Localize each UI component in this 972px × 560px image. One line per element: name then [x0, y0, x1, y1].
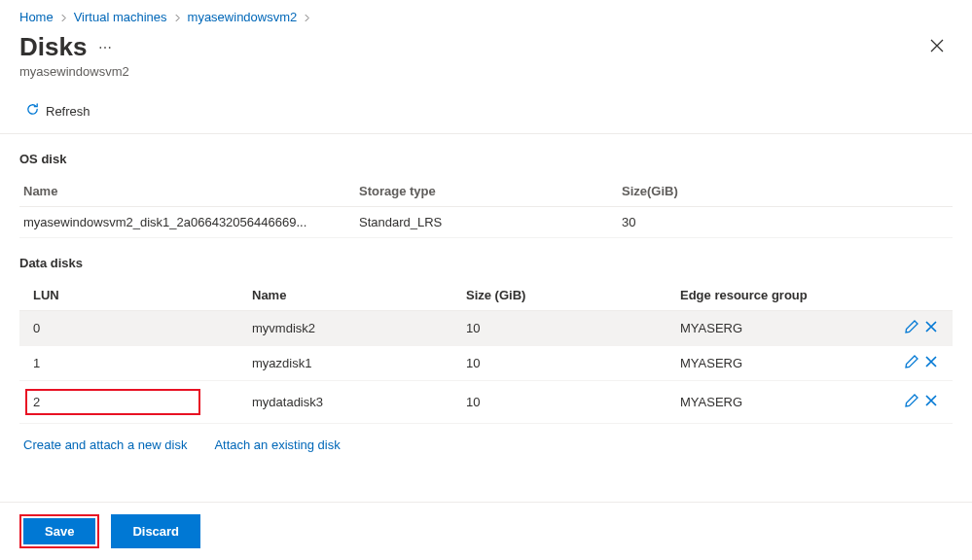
- more-icon[interactable]: ⋯: [98, 40, 114, 55]
- data-disk-size: 10: [466, 356, 680, 370]
- data-disk-group: MYASERG: [680, 321, 888, 335]
- save-button-highlight: Save: [19, 514, 99, 548]
- refresh-icon: [25, 102, 40, 120]
- edit-icon[interactable]: [904, 393, 919, 411]
- refresh-label: Refresh: [46, 104, 90, 119]
- dd-col-group-header: Edge resource group: [680, 288, 888, 302]
- breadcrumb-home[interactable]: Home: [19, 10, 54, 24]
- os-col-size-header: Size(GiB): [622, 184, 949, 198]
- os-disk-section-title: OS disk: [19, 152, 953, 166]
- data-disk-lun: 0: [33, 321, 252, 335]
- close-icon: [929, 38, 945, 53]
- data-disk-name: myvmdisk2: [252, 321, 466, 335]
- dd-col-size-header: Size (GiB): [466, 288, 680, 302]
- dd-col-lun-header: LUN: [33, 288, 252, 302]
- delete-icon[interactable]: [923, 393, 939, 411]
- delete-icon[interactable]: [923, 354, 939, 372]
- data-disk-lun: 2: [33, 389, 252, 415]
- data-disk-row: 1myazdisk110MYASERG: [19, 346, 953, 381]
- chevron-right-icon: [303, 10, 311, 24]
- breadcrumb: Home Virtual machines myasewindowsvm2: [0, 0, 972, 30]
- breadcrumb-vms[interactable]: Virtual machines: [74, 10, 167, 24]
- data-disks-section-title: Data disks: [19, 256, 953, 270]
- page-title: Disks: [19, 32, 87, 62]
- chevron-right-icon: [59, 10, 68, 24]
- dd-col-name-header: Name: [252, 288, 466, 302]
- close-button[interactable]: [929, 38, 945, 56]
- data-disk-size: 10: [466, 321, 680, 335]
- data-disk-size: 10: [466, 395, 680, 409]
- delete-icon[interactable]: [923, 319, 939, 337]
- edit-icon[interactable]: [904, 319, 919, 337]
- os-disk-row: myasewindowsvm2_disk1_2a066432056446669.…: [19, 207, 953, 238]
- page-subtitle: myasewindowsvm2: [19, 64, 953, 79]
- breadcrumb-vm-name[interactable]: myasewindowsvm2: [188, 10, 298, 24]
- os-disk-size: 30: [622, 215, 949, 229]
- data-disk-group: MYASERG: [680, 356, 888, 370]
- discard-button[interactable]: Discard: [111, 514, 200, 548]
- data-disk-row: 0myvmdisk210MYASERG: [19, 311, 953, 346]
- save-button[interactable]: Save: [23, 518, 95, 544]
- attach-existing-disk-link[interactable]: Attach an existing disk: [214, 438, 340, 452]
- data-disk-group: MYASERG: [680, 395, 888, 409]
- lun-highlight: 2: [25, 389, 200, 415]
- data-disk-row: 2mydatadisk310MYASERG: [19, 381, 953, 424]
- edit-icon[interactable]: [904, 354, 919, 372]
- refresh-button[interactable]: Refresh: [19, 98, 96, 123]
- create-attach-disk-link[interactable]: Create and attach a new disk: [23, 438, 187, 452]
- data-disk-lun: 1: [33, 356, 252, 370]
- os-col-name-header: Name: [23, 184, 359, 198]
- chevron-right-icon: [173, 10, 182, 24]
- data-disk-name: myazdisk1: [252, 356, 466, 370]
- os-col-type-header: Storage type: [359, 184, 622, 198]
- os-disk-name: myasewindowsvm2_disk1_2a066432056446669.…: [23, 215, 359, 229]
- os-disk-type: Standard_LRS: [359, 215, 622, 229]
- data-disk-name: mydatadisk3: [252, 395, 466, 409]
